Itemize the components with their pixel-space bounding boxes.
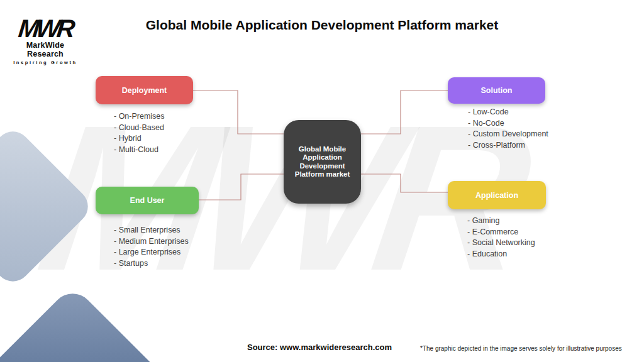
connector-end-user <box>199 174 284 200</box>
category-box-application: Application <box>448 181 546 209</box>
category-label-application: Application <box>475 191 518 200</box>
list-item: - Gaming <box>467 216 535 227</box>
list-item: - Custom Development <box>468 129 548 140</box>
center-node-line: Global Mobile <box>299 145 346 154</box>
list-item: - Low-Code <box>468 107 548 118</box>
category-box-deployment: Deployment <box>96 76 193 104</box>
category-label-end-user: End User <box>130 196 165 205</box>
category-box-end-user: End User <box>96 187 199 214</box>
center-node-line: Application <box>303 153 342 162</box>
center-node-line: Platform market <box>295 170 350 179</box>
connector-solution <box>361 90 448 134</box>
category-list-solution: - Low-Code - No-Code - Custom Developmen… <box>468 107 548 151</box>
list-item: - Medium Enterprises <box>114 236 189 248</box>
list-item: - Cross-Platform <box>468 140 548 151</box>
list-item: - No-Code <box>468 118 548 129</box>
category-list-application: - Gaming - E-Commerce - Social Networkin… <box>467 216 535 260</box>
list-item: - Startups <box>114 258 189 270</box>
list-item: - E-Commerce <box>467 227 535 238</box>
category-label-deployment: Deployment <box>122 86 167 95</box>
connector-application <box>361 174 448 192</box>
infographic-canvas: MWR MWR MarkWide Research Inspiring Grow… <box>0 0 644 362</box>
page-title: Global Mobile Application Development Pl… <box>0 18 644 33</box>
connector-deployment <box>193 90 284 134</box>
disclaimer-text: *The graphic depicted in the image serve… <box>420 345 622 352</box>
logo-name: MarkWide Research <box>11 41 79 58</box>
logo-tagline: Inspiring Growth <box>11 60 79 65</box>
list-item: - Multi-Cloud <box>114 145 165 156</box>
category-label-solution: Solution <box>481 86 513 95</box>
center-node-line: Development <box>299 162 345 171</box>
list-item: - Cloud-Based <box>114 123 165 134</box>
source-text: Source: www.markwideresearch.com <box>247 343 392 352</box>
list-item: - Social Networking <box>467 238 535 249</box>
category-box-solution: Solution <box>448 77 545 104</box>
list-item: - Education <box>467 249 535 260</box>
list-item: - Large Enterprises <box>114 247 189 258</box>
list-item: - Hybrid <box>114 133 165 145</box>
category-list-end-user: - Small Enterprises - Medium Enterprises… <box>114 225 189 269</box>
list-item: - Small Enterprises <box>114 225 189 236</box>
center-node-market: Global Mobile Application Development Pl… <box>284 120 361 204</box>
category-list-deployment: - On-Premises - Cloud-Based - Hybrid - M… <box>114 111 165 155</box>
list-item: - On-Premises <box>114 111 165 123</box>
